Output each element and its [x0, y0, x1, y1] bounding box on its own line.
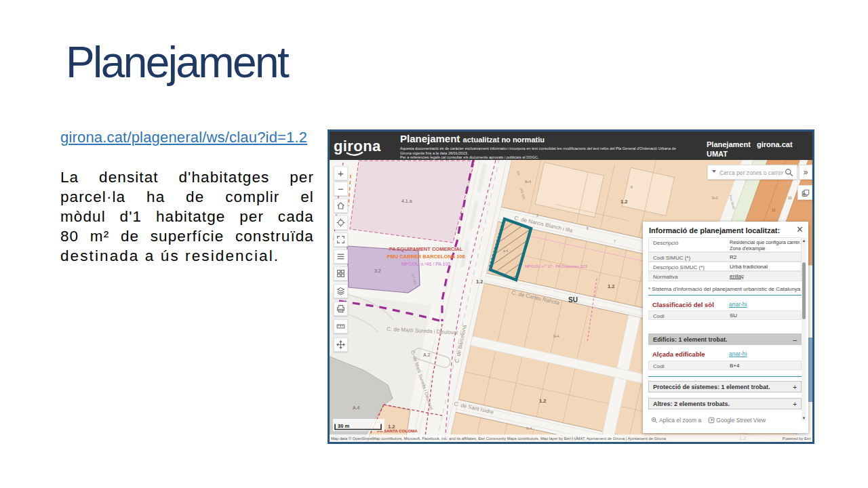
svg-text:Map data © OpenStreetMap contr: Map data © OpenStreetMap contributors, M… [331, 436, 667, 441]
svg-text:9+4: 9+4 [526, 426, 532, 430]
svg-text:PA EQUIPAMENT COMERCIAL: PA EQUIPAMENT COMERCIAL [389, 246, 463, 252]
svg-text:5: 5 [587, 226, 589, 230]
svg-text:3.2: 3.2 [374, 268, 381, 273]
svg-text:10: 10 [788, 196, 792, 200]
svg-text:SU: SU [568, 296, 578, 304]
svg-text:9+2: 9+2 [712, 196, 718, 200]
svg-text:B+4: B+4 [525, 180, 531, 184]
svg-text:7: 7 [614, 239, 616, 243]
svg-text:9+4: 9+4 [553, 334, 559, 338]
svg-text:girona: girona [334, 138, 381, 155]
svg-text:a-4: a-4 [503, 249, 508, 253]
svg-text:A.2: A.2 [423, 352, 431, 357]
svg-text:1.2: 1.2 [608, 283, 614, 289]
svg-text:8: 8 [631, 185, 633, 189]
svg-text:MPGOU n.º 17 - PA Dispositiu 1: MPGOU n.º 17 - PA Dispositiu 103 [525, 264, 587, 268]
svg-text:A.4: A.4 [353, 405, 360, 410]
svg-text:MPGOU n.º46 / PA 103: MPGOU n.º46 / PA 103 [401, 262, 451, 266]
svg-text:PMU CARRER BARCELONA 106: PMU CARRER BARCELONA 106 [387, 253, 465, 260]
svg-text:4.1.a: 4.1.a [401, 199, 412, 203]
svg-text:10: 10 [772, 208, 776, 212]
svg-text:Powered by Esri: Powered by Esri [783, 436, 811, 441]
svg-text:1.2: 1.2 [539, 398, 546, 404]
svg-text:1.2: 1.2 [620, 199, 627, 205]
svg-text:1.2: 1.2 [476, 279, 483, 285]
svg-text:3: 3 [536, 214, 538, 218]
svg-text:30 m: 30 m [338, 423, 349, 429]
